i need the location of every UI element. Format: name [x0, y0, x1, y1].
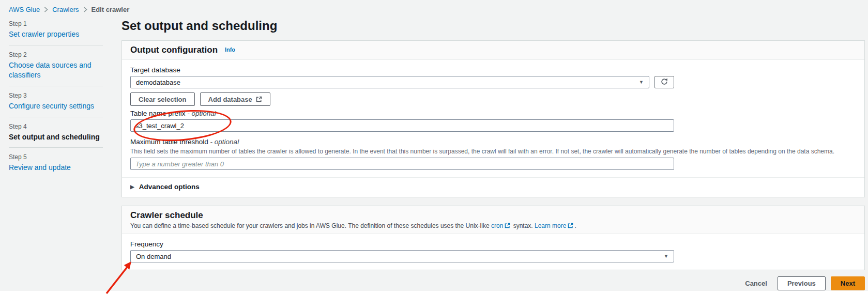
sidebar-step-1: Step 1 Set crawler properties [9, 20, 103, 39]
sidebar-step-2: Step 2 Choose data sources and classifie… [9, 51, 103, 80]
crawler-schedule-card: Crawler schedule You can define a time-b… [121, 206, 865, 270]
chevron-right-icon [83, 7, 87, 12]
sidebar-divider [9, 45, 103, 45]
table-name-prefix-label-text: Table name prefix [130, 110, 186, 117]
sidebar-item-configure-security[interactable]: Configure security settings [9, 101, 103, 111]
external-link-icon [505, 223, 510, 228]
info-link[interactable]: Info [225, 46, 235, 53]
sidebar-item-set-crawler-properties[interactable]: Set crawler properties [9, 29, 103, 39]
clear-selection-button[interactable]: Clear selection [130, 92, 195, 106]
crawler-schedule-header: Crawler schedule You can define a time-b… [122, 206, 864, 234]
refresh-databases-button[interactable] [654, 76, 674, 88]
schedule-description-text: syntax. [513, 222, 533, 229]
sidebar-item-choose-data-sources[interactable]: Choose data sources and classifiers [9, 60, 103, 80]
crawler-schedule-description: You can define a time-based schedule for… [130, 222, 856, 229]
sidebar-step-5: Step 5 Review and update [9, 153, 103, 173]
table-name-prefix-input[interactable] [130, 119, 674, 132]
frequency-label: Frequency [130, 240, 856, 249]
frequency-value: On demand [136, 253, 171, 260]
target-database-label: Target database [130, 66, 856, 74]
max-table-threshold-input[interactable] [130, 158, 674, 170]
sidebar-step-3: Step 3 Configure security settings [9, 92, 103, 111]
caret-right-icon: ▶ [130, 184, 134, 190]
sidebar-step-4: Step 4 Set output and scheduling [9, 123, 103, 142]
breadcrumb: AWS Glue Crawlers Edit crawler [0, 0, 868, 13]
card-section-divider [122, 177, 864, 178]
external-link-icon [256, 96, 262, 102]
sidebar-divider [9, 147, 103, 148]
learn-more-link[interactable]: Learn more [535, 222, 566, 229]
advanced-options-label: Advanced options [139, 182, 200, 191]
optional-suffix: - optional [187, 110, 216, 117]
sidebar-divider [9, 117, 103, 117]
sidebar-item-review-and-update[interactable]: Review and update [9, 163, 103, 173]
cron-link[interactable]: cron [491, 222, 503, 229]
sidebar-divider [9, 86, 103, 86]
window-bottom-strip [0, 291, 868, 295]
chevron-right-icon [44, 7, 48, 12]
step-number: Step 2 [9, 51, 103, 58]
breadcrumb-edit-crawler: Edit crawler [92, 6, 130, 13]
cancel-button[interactable]: Cancel [740, 280, 772, 287]
max-table-threshold-label: Maximum table threshold - optional [130, 138, 864, 146]
table-name-prefix-label: Table name prefix - optional [130, 110, 674, 118]
schedule-description-text: You can define a time-based schedule for… [130, 222, 490, 229]
next-button[interactable]: Next [831, 276, 865, 290]
wizard-footer: Cancel Previous Next [121, 276, 865, 290]
external-link-icon [568, 223, 573, 228]
step-number: Step 4 [9, 123, 103, 130]
add-database-button[interactable]: Add database [200, 92, 270, 106]
caret-down-icon: ▼ [639, 80, 644, 85]
refresh-icon [661, 78, 668, 87]
previous-button[interactable]: Previous [778, 276, 826, 290]
breadcrumb-crawlers[interactable]: Crawlers [52, 6, 79, 13]
step-number: Step 3 [9, 92, 103, 99]
max-table-threshold-description: This field sets the maximum number of ta… [130, 148, 864, 155]
wizard-steps-sidebar: Step 1 Set crawler properties Step 2 Cho… [9, 13, 103, 173]
step-number: Step 5 [9, 153, 103, 161]
max-table-threshold-label-text: Maximum table threshold [130, 138, 208, 146]
frequency-select[interactable]: On demand ▼ [130, 250, 674, 262]
output-configuration-card: Output configuration Info Target databas… [121, 40, 865, 197]
caret-down-icon: ▼ [664, 254, 668, 259]
add-database-label: Add database [208, 96, 252, 103]
output-configuration-title: Output configuration [130, 45, 218, 55]
advanced-options-toggle[interactable]: ▶ Advanced options [130, 182, 856, 191]
step-number: Step 1 [9, 20, 103, 27]
page-title: Set output and scheduling [121, 18, 865, 34]
sidebar-item-set-output-current[interactable]: Set output and scheduling [9, 132, 103, 142]
optional-suffix: - optional [210, 138, 239, 146]
schedule-description-text: . [574, 222, 576, 229]
target-database-select[interactable]: demodatabase ▼ [130, 76, 649, 88]
target-database-value: demodatabase [136, 79, 180, 86]
crawler-schedule-title: Crawler schedule [130, 210, 203, 220]
breadcrumb-aws-glue[interactable]: AWS Glue [9, 6, 40, 13]
output-configuration-header: Output configuration Info [122, 41, 864, 60]
